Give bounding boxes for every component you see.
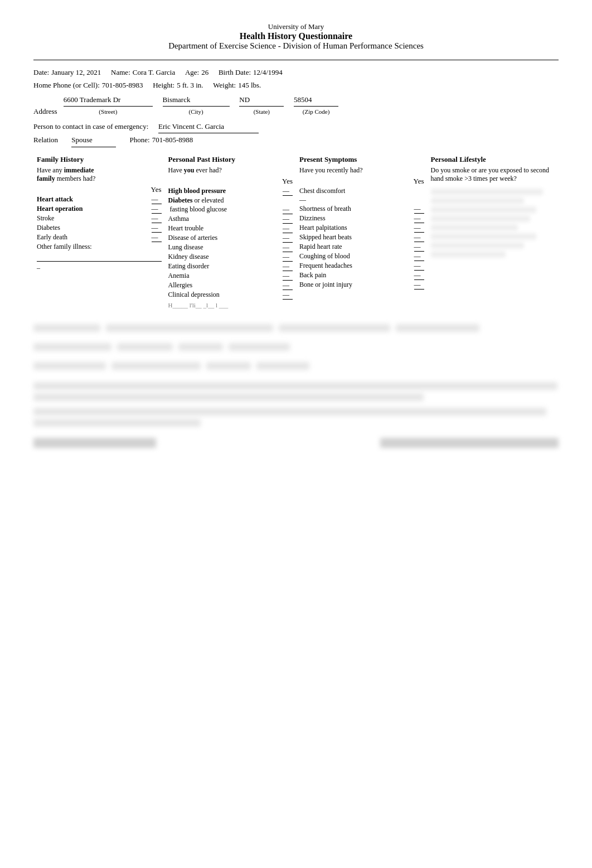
past-item-lung-disease: Lung disease —	[168, 243, 293, 252]
height-label: Height:	[153, 79, 174, 91]
blurred-row2-col1	[33, 343, 111, 351]
family-history-subheader: Have any immediatefamily members had?	[37, 166, 162, 183]
lifestyle-blurred-3	[431, 206, 537, 213]
weight-label: Weight:	[213, 79, 236, 91]
blurred-sig-right	[380, 438, 559, 448]
past-item-allergies: Allergies —	[168, 281, 293, 290]
family-item-diabetes: Diabetes —	[37, 224, 162, 233]
age-value: 26	[201, 66, 208, 79]
blurred-row1-col1	[33, 324, 100, 332]
patient-info-section: Date: January 12, 2021 Name: Cora T. Gar…	[33, 66, 559, 147]
present-symptoms-subheader: Have you recently had?	[299, 166, 424, 175]
symptom-bone-joint-injury: Bone or joint injury —	[299, 281, 424, 290]
lifestyle-blurred-6	[431, 233, 537, 240]
age-label: Age:	[185, 66, 199, 79]
family-item-other: Other family illness:	[37, 243, 162, 251]
family-yes-label: Yes	[151, 185, 162, 194]
present-symptoms-column: Present Symptoms Have you recently had? …	[296, 153, 428, 311]
symptom-frequent-headaches: Frequent headaches —	[299, 262, 424, 271]
form-title: Health History Questionnaire	[33, 31, 559, 41]
lifestyle-blurred-1	[431, 189, 543, 195]
symptom-back-pain: Back pain —	[299, 271, 424, 280]
symptom-coughing-blood: Coughing of blood —	[299, 252, 424, 261]
past-item-clinical-depression: Clinical depression —	[168, 291, 293, 300]
past-item-high-bp: High blood pressure —	[168, 187, 293, 196]
personal-lifestyle-header: Personal Lifestyle	[431, 155, 556, 164]
zip-label: (Zip Code)	[303, 107, 330, 118]
main-content-table: Family History Have any immediatefamily …	[33, 153, 559, 311]
state-label: (State)	[254, 107, 270, 118]
family-other-line1	[37, 261, 162, 262]
city-value: Bismarck	[163, 93, 230, 107]
relation-label: Relation	[33, 133, 58, 147]
symptom-shortness-of-breath: Shortness of breath —	[299, 205, 424, 214]
date-label: Date:	[33, 66, 49, 79]
emergency-phone-label: Phone:	[130, 133, 150, 147]
blurred-row3-col4	[256, 362, 309, 370]
lifestyle-blurred-4	[431, 215, 531, 222]
height-value: 5 ft. 3 in.	[177, 79, 203, 91]
symptom-dizziness: Dizziness —	[299, 214, 424, 223]
blurred-row2-col2	[117, 343, 173, 351]
university-name: University of Mary	[33, 22, 559, 31]
family-item-heart-operation: Heart operation —	[37, 205, 162, 214]
lifestyle-blurred-2	[431, 197, 525, 204]
blurred-row3-col3	[206, 362, 251, 370]
family-other-dash: –	[37, 264, 162, 272]
past-item-disease-arteries: Disease of arteries —	[168, 234, 293, 243]
birth-date-label: Birth Date:	[219, 66, 251, 79]
blurred-large-block-1	[33, 382, 559, 401]
lifestyle-blurred-8	[431, 251, 506, 258]
symptom-chest-discomfort: Chest discomfort	[299, 187, 424, 195]
street-label: (Street)	[99, 107, 117, 118]
address-label: Address	[33, 105, 57, 118]
family-item-stroke: Stroke —	[37, 214, 162, 223]
emergency-label: Person to contact in case of emergency:	[33, 120, 148, 133]
blurred-row1-col3	[279, 324, 390, 332]
personal-past-column: Personal Past History Have you ever had?…	[165, 153, 297, 311]
symptom-dash: —	[299, 196, 424, 204]
phone-value: 701-805-8983	[102, 79, 143, 91]
date-value: January 12, 2021	[51, 66, 101, 79]
name-value: Cora T. Garcia	[133, 66, 175, 79]
family-item-heart-attack: Heart attack —	[37, 195, 162, 204]
header-divider	[33, 60, 559, 60]
weight-value: 145 lbs.	[238, 79, 261, 91]
blurred-below-section	[33, 321, 559, 448]
blurred-row2-col3	[178, 343, 223, 351]
personal-lifestyle-column: Personal Lifestyle Do you smoke or are y…	[428, 153, 559, 311]
family-item-early-death: Early death —	[37, 233, 162, 242]
street-value: 6600 Trademark Dr	[64, 93, 153, 107]
personal-past-subheader: Have you ever had?	[168, 166, 293, 175]
emergency-phone-value: 701-805-8988	[152, 133, 193, 147]
city-label: (City)	[188, 107, 203, 118]
symptom-rapid-heart-rate: Rapid heart rate —	[299, 243, 424, 252]
zip-value: 58504	[294, 93, 338, 107]
blurred-row3-col1	[33, 362, 106, 370]
symptom-heart-palpitations: Heart palpitations —	[299, 224, 424, 233]
personal-lifestyle-subheader: Do you smoke or are you exposed to secon…	[431, 166, 556, 183]
blurred-large-block-2	[33, 408, 559, 427]
personal-past-yes-label: Yes	[282, 177, 293, 186]
past-item-heart-trouble: Heart trouble —	[168, 224, 293, 233]
past-item-diabetes: Diabetes or elevated	[168, 196, 293, 205]
page-header: University of Mary Health History Questi…	[33, 22, 559, 51]
blurred-sig-left	[33, 438, 156, 448]
past-item-fasting-glucose: fasting blood glucose —	[168, 205, 293, 214]
blurred-signature-row	[33, 438, 559, 448]
blurred-row1-col4	[396, 324, 479, 332]
present-symptoms-header: Present Symptoms	[299, 155, 424, 164]
present-symptoms-yes-label: Yes	[414, 177, 424, 186]
past-item-kidney-disease: Kidney disease —	[168, 253, 293, 262]
state-value: ND	[239, 93, 284, 107]
past-item-asthma: Asthma —	[168, 215, 293, 224]
emergency-contact: Eric Vincent C. Garcia	[158, 120, 259, 133]
symptom-skipped-heart-beats: Skipped heart beats —	[299, 233, 424, 242]
lifestyle-blurred-7	[431, 242, 525, 249]
past-item-eating-disorder: Eating disorder —	[168, 262, 293, 271]
blurred-row2-col4	[229, 343, 290, 351]
blurred-row1-col2	[106, 324, 273, 332]
past-item-more: H_____ l'li__ _l__ l ___	[168, 302, 293, 308]
lifestyle-blurred-5	[431, 224, 518, 231]
department-name: Department of Exercise Science - Divisio…	[33, 41, 559, 51]
